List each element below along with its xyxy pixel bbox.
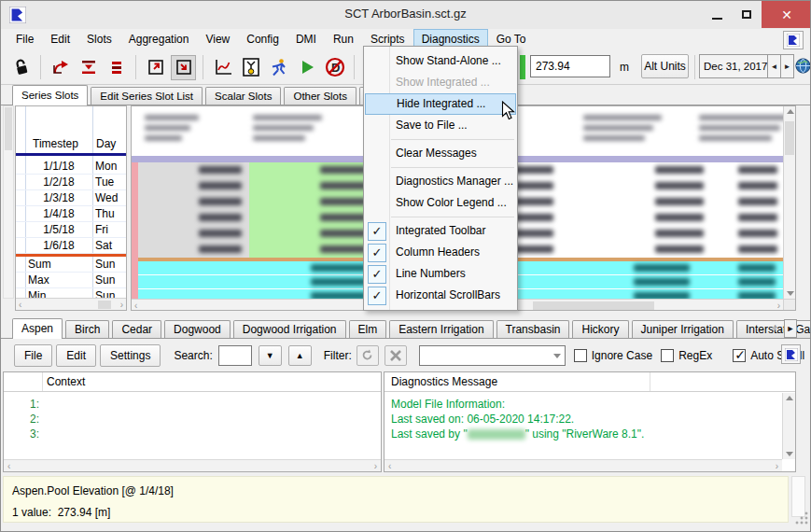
timezone-globe-button[interactable] [795,58,811,74]
close-button[interactable]: ✕ [762,1,811,28]
auto-scroll-checkbox[interactable] [733,349,746,362]
menubar-item[interactable]: Edit [42,29,78,49]
slot-tab[interactable]: Series Slots [12,85,88,105]
menubar-item[interactable]: Run [325,29,362,49]
date-field[interactable]: Dec 31, 2017 [699,54,768,78]
search-next-button[interactable]: ▼ [259,345,282,366]
menu-item[interactable]: Column Headers [364,242,517,263]
lock-button[interactable] [8,55,34,80]
slot-config-button[interactable] [238,55,263,80]
object-tab[interactable]: Elm [349,320,387,338]
menu-item[interactable]: Diagnostics Manager ... [364,171,517,192]
left-vertical-scrollbar[interactable] [3,105,14,299]
slot-tab[interactable]: Scalar Slots [205,87,281,105]
diagnostics-off-button[interactable]: D [322,55,347,80]
plot-button[interactable] [210,55,235,80]
table-row[interactable]: 1/1/18Mon [16,159,126,175]
menubar-item[interactable]: Config [238,29,287,49]
table-row[interactable]: 1/2/18Tue [16,175,126,190]
table-row[interactable]: 1/4/18Thu [16,206,126,222]
summary-row[interactable]: MaxSun [16,273,126,288]
riverware-menubar-button[interactable] [783,31,804,49]
start-run-button[interactable] [294,55,319,80]
filter-combobox[interactable] [419,345,566,366]
file-button[interactable]: File [14,344,52,367]
menubar-item[interactable]: Aggregation [120,29,198,49]
object-tab[interactable]: Dogwood [164,320,231,338]
scroll-left-arrow[interactable] [388,461,391,471]
settings-button[interactable]: Settings [100,344,161,367]
collapse-slot-button[interactable] [171,55,196,80]
menu-item[interactable]: Clear Messages [364,143,517,164]
menubar-item[interactable]: DMI [287,29,325,49]
minimize-button[interactable] [702,1,732,28]
table-row[interactable]: 1/3/18Wed [16,190,126,206]
riverware-diagnostics-button[interactable] [781,344,801,364]
scrollbar-thumb[interactable] [98,301,111,309]
slot-tab[interactable]: Edit Series Slot List [91,87,203,105]
scroll-left-arrow[interactable] [19,300,21,310]
alt-units-button[interactable]: Alt Units [641,54,689,78]
search-input[interactable] [218,345,252,366]
tab-scroll-left-button[interactable]: ◄ [767,319,780,336]
scroll-right-arrow[interactable] [776,461,778,471]
menu-item[interactable]: Line Numbers [364,263,517,285]
scroll-left-arrow[interactable] [7,461,10,471]
object-tab[interactable]: Cedar [112,320,161,338]
object-tab[interactable]: Eastern Irrigation [389,320,493,338]
scroll-right-arrow[interactable] [120,300,123,310]
scroll-left-arrow[interactable] [134,301,137,311]
slot-tab[interactable]: Other Slots [284,87,357,105]
filter-refresh-button[interactable] [357,345,379,366]
edit-button[interactable]: Edit [56,344,96,367]
scroll-down-arrow[interactable] [787,291,794,296]
timestep-horizontal-scrollbar[interactable] [16,298,126,310]
object-tab[interactable]: Aspen [12,318,63,339]
menu-item[interactable]: Save to File ... [364,115,517,136]
scroll-up-arrow[interactable] [787,109,794,114]
redo-arrow-button[interactable] [48,55,73,80]
scroll-right-arrow[interactable] [777,301,780,311]
object-tab[interactable]: Transbasin [496,320,570,338]
object-tab[interactable]: Dogwood Irrigation [233,320,346,338]
insert-rows-button[interactable] [76,55,101,80]
scroll-up-arrow[interactable] [786,396,793,400]
maximize-button[interactable] [732,1,762,28]
scrollbar-thumb[interactable] [785,121,794,155]
menubar-item[interactable]: Slots [78,29,120,49]
ignore-case-checkbox[interactable] [574,349,587,362]
context-horizontal-scrollbar[interactable] [4,459,381,471]
scrollbar-thumb[interactable] [533,301,654,310]
menubar-item[interactable]: File [7,29,42,49]
menu-item[interactable]: Show Stand-Alone ... [364,50,517,72]
date-prev-button[interactable]: ◄ [768,54,781,78]
expand-slot-button[interactable] [143,55,168,80]
object-tab[interactable]: Hickory [572,320,628,338]
title-bar[interactable]: SCT ArborBasin.sct.gz ✕ [1,1,810,29]
regex-checkbox[interactable] [661,349,674,362]
scroll-down-arrow[interactable] [786,452,793,456]
summary-row[interactable]: SumSun [16,257,126,273]
object-tab[interactable]: Juniper Irrigation [632,320,734,338]
filter-clear-button[interactable] [385,345,407,366]
menu-item[interactable]: Show Integrated ... [364,72,517,93]
scroll-right-arrow[interactable] [374,461,377,471]
resize-grip[interactable] [795,511,808,525]
tab-scroll-right-button[interactable]: ► [784,319,797,338]
menu-item[interactable]: Hide Integrated ... [365,93,516,115]
menubar-item[interactable]: View [197,29,238,49]
value-input[interactable] [530,55,610,77]
message-horizontal-scrollbar[interactable] [385,459,782,471]
rows-list-button[interactable] [104,55,129,80]
table-row[interactable]: 1/5/18Fri [16,222,126,238]
table-row[interactable]: 1/6/18Sat [16,238,126,254]
menu-item[interactable]: Show Color Legend ... [364,192,517,214]
message-vertical-scrollbar[interactable] [782,393,795,459]
date-next-button[interactable]: ► [781,54,794,78]
search-prev-button[interactable]: ▲ [288,345,312,366]
menu-item[interactable]: Horizontal ScrollBars [364,285,517,306]
menu-item[interactable]: Integrated Toolbar [364,220,517,242]
object-tab[interactable]: Birch [65,320,109,338]
run-control-button[interactable] [266,55,291,80]
scrollbar-thumb[interactable] [5,107,12,150]
